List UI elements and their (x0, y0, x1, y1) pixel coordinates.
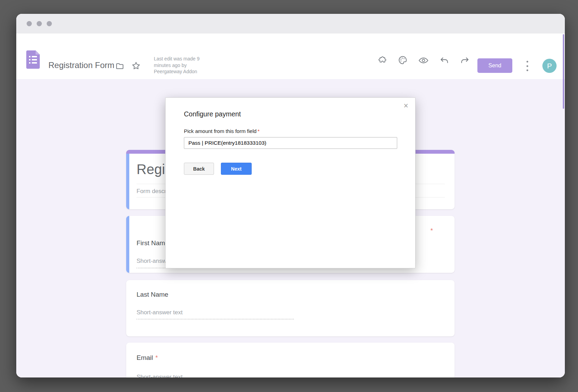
amount-field-label: Pick amount from this form field* (184, 128, 260, 134)
back-button[interactable]: Back (184, 163, 214, 175)
required-asterisk: * (156, 354, 158, 361)
short-answer-placeholder: Short-answer text (137, 309, 183, 316)
window-close-button[interactable] (27, 21, 32, 26)
close-icon[interactable]: × (404, 102, 408, 110)
next-button[interactable]: Next (221, 163, 252, 175)
preview-eye-icon[interactable] (418, 56, 429, 65)
star-icon[interactable] (131, 61, 141, 70)
question-card-last-name[interactable]: Last Name Short-answer text (126, 280, 455, 336)
amount-field-input[interactable] (184, 137, 397, 149)
addons-puzzle-icon[interactable] (377, 55, 387, 65)
selected-card-indicator (126, 154, 129, 209)
page-scrollbar-thumb[interactable] (563, 34, 564, 109)
forms-header: Registration Form Last edit was made 9 m… (16, 34, 565, 79)
question-card-email[interactable]: Email* Short-answer text (126, 343, 455, 377)
browser-window: Registration Form Last edit was made 9 m… (16, 14, 565, 377)
required-asterisk: * (258, 128, 260, 134)
redo-icon[interactable] (460, 57, 469, 65)
required-asterisk: * (430, 227, 433, 235)
google-forms-logo-icon[interactable] (26, 50, 40, 69)
theme-palette-icon[interactable] (398, 55, 408, 65)
dialog-title: Configure payment (184, 110, 241, 118)
question-title[interactable]: Email* (137, 354, 158, 362)
last-edit-status[interactable]: Last edit was made 9 minutes ago by Peer… (154, 56, 199, 75)
configure-payment-dialog: × Configure payment Pick amount from thi… (165, 97, 416, 268)
account-avatar[interactable]: P (542, 59, 557, 73)
selected-card-indicator (126, 216, 129, 273)
window-zoom-button[interactable] (47, 21, 52, 26)
document-title[interactable]: Registration Form (48, 60, 114, 70)
window-minimize-button[interactable] (37, 21, 42, 26)
question-title[interactable]: First Name (137, 239, 169, 247)
undo-icon[interactable] (440, 57, 449, 65)
send-button[interactable]: Send (477, 58, 512, 73)
more-options-icon[interactable] (524, 60, 530, 72)
answer-underline (137, 319, 294, 319)
move-to-folder-icon[interactable] (115, 62, 124, 70)
short-answer-placeholder: Short-answer text (137, 374, 183, 377)
window-titlebar (16, 14, 565, 34)
question-title[interactable]: Last Name (137, 291, 168, 298)
